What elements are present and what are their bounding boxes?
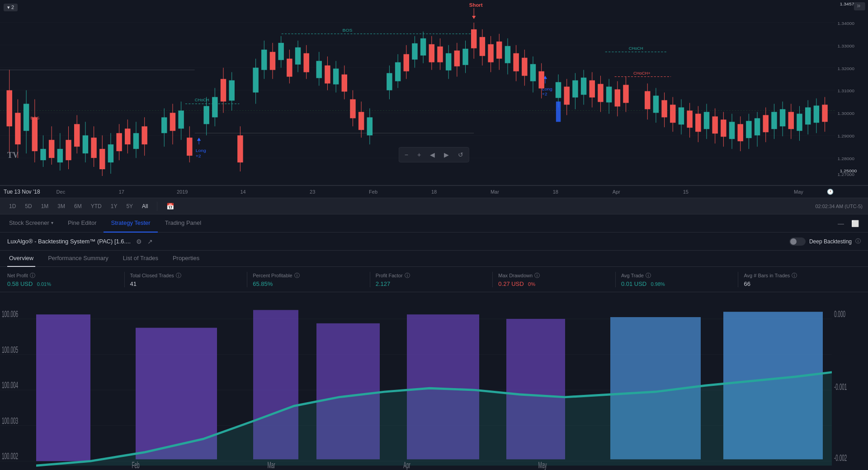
svg-rect-190: [737, 124, 743, 141]
sub-tabs: Overview Performance Summary List of Tra…: [0, 251, 868, 267]
svg-rect-111: [387, 73, 392, 90]
svg-rect-145: [530, 64, 536, 81]
svg-rect-89: [278, 43, 283, 60]
clock-icon: 🕐: [827, 189, 834, 195]
chart-controls: − + ◀ ▶ ↺: [399, 147, 469, 162]
scroll-right-button[interactable]: ▶: [440, 149, 453, 160]
svg-text:CHoCH: CHoCH: [195, 98, 209, 103]
tab-trading-panel[interactable]: Trading Panel: [158, 214, 208, 233]
bottom-chart: 100.006 100.005 100.004 100.003 100.002 …: [0, 292, 868, 470]
svg-rect-103: [342, 75, 347, 92]
deep-backtesting-info-icon[interactable]: ⓘ: [855, 237, 861, 245]
svg-rect-137: [496, 42, 502, 59]
time-label-14: 14: [240, 189, 245, 195]
period-5d[interactable]: 5D: [21, 201, 35, 211]
svg-rect-152: [564, 87, 569, 105]
tab-row-controls: — ⬜: [836, 218, 868, 229]
avg-bars-info[interactable]: ⓘ: [792, 272, 797, 280]
svg-rect-127: [454, 51, 460, 66]
minimize-button[interactable]: —: [836, 218, 846, 229]
metric-net-profit: Net Profit ⓘ 0.58 USD 0.01%: [7, 272, 125, 287]
svg-rect-239: [36, 314, 90, 461]
profit-factor-info[interactable]: ⓘ: [405, 272, 410, 280]
max-drawdown-label: Max Drawdown ⓘ: [498, 272, 610, 280]
tab-strategy-tester[interactable]: Strategy Tester: [104, 214, 157, 233]
sub-tab-list-of-trades[interactable]: List of Trades: [121, 251, 160, 267]
avg-trade-value: 0.01 USD 0.98%: [621, 280, 733, 287]
svg-text:1.34000: 1.34000: [838, 21, 855, 26]
total-closed-info[interactable]: ⓘ: [176, 272, 181, 280]
svg-rect-85: [261, 50, 267, 70]
percent-profitable-info[interactable]: ⓘ: [294, 272, 300, 280]
svg-rect-105: [350, 99, 355, 118]
svg-rect-83: [253, 68, 258, 93]
svg-rect-41: [49, 140, 54, 158]
svg-rect-196: [763, 115, 769, 132]
period-3m[interactable]: 3M: [54, 201, 69, 211]
svg-rect-67: [170, 113, 175, 131]
svg-text:Long: Long: [196, 148, 206, 153]
total-closed-value: 41: [130, 280, 242, 287]
net-profit-info[interactable]: ⓘ: [30, 272, 35, 280]
strategy-name: LuxAlgo® - Backtesting System™ (PAC) [1.…: [7, 238, 131, 245]
metric-profit-factor: Profit Factor ⓘ 2.127: [370, 272, 493, 287]
percent-profitable-label: Percent Profitable ⓘ: [253, 272, 364, 280]
deep-backtesting-container: Deep Backtesting ⓘ: [789, 237, 861, 246]
time-label-apr: Apr: [613, 189, 620, 195]
period-all[interactable]: All: [138, 201, 151, 211]
scroll-left-button[interactable]: ◀: [426, 149, 439, 160]
deep-backtesting-label: Deep Backtesting: [809, 238, 852, 245]
svg-rect-33: [15, 113, 20, 144]
period-6m[interactable]: 6M: [71, 201, 85, 211]
period-5y[interactable]: 5Y: [123, 201, 137, 211]
period-ytd[interactable]: YTD: [87, 201, 105, 211]
svg-text:0.000: 0.000: [834, 309, 845, 318]
tab-stock-screener[interactable]: Stock Screener ▾: [2, 214, 61, 233]
svg-text:100.003: 100.003: [2, 416, 18, 425]
time-label-17: 17: [119, 189, 124, 195]
max-drawdown-info[interactable]: ⓘ: [534, 272, 540, 280]
svg-rect-53: [99, 149, 105, 169]
toolbar-time: 02:02:34 AM (UTC-5): [815, 204, 863, 209]
sub-tab-performance-summary[interactable]: Performance Summary: [46, 251, 110, 267]
svg-rect-71: [187, 138, 192, 156]
strategy-info-button[interactable]: ↗: [147, 238, 153, 245]
trading-panel-label: Trading Panel: [165, 219, 201, 226]
svg-rect-123: [437, 47, 443, 62]
main-chart: BOS CHoCH BOS CHoCH CHoCH+ Short Long +2…: [0, 0, 868, 185]
calendar-button[interactable]: 📅: [163, 201, 178, 212]
svg-text:1.29000: 1.29000: [838, 133, 855, 138]
svg-rect-143: [522, 58, 527, 76]
svg-rect-109: [367, 117, 373, 135]
chart-badge[interactable]: ▾ 2: [4, 4, 18, 11]
svg-rect-178: [687, 110, 692, 128]
svg-rect-129: [462, 49, 468, 65]
period-1m[interactable]: 1M: [38, 201, 52, 211]
period-1y[interactable]: 1Y: [107, 201, 121, 211]
svg-rect-93: [295, 47, 301, 65]
strategy-settings-button[interactable]: ⚙: [136, 238, 142, 245]
svg-rect-57: [116, 133, 122, 151]
svg-rect-43: [57, 149, 63, 162]
period-1d[interactable]: 1D: [5, 201, 19, 211]
svg-rect-135: [488, 44, 493, 62]
svg-rect-131: [471, 29, 476, 48]
zoom-in-button[interactable]: +: [414, 149, 425, 160]
time-label-feb: Feb: [369, 189, 377, 195]
sub-tab-overview[interactable]: Overview: [7, 251, 35, 267]
tab-pine-editor[interactable]: Pine Editor: [61, 214, 104, 233]
svg-rect-180: [695, 114, 701, 132]
sub-tab-properties[interactable]: Properties: [171, 251, 201, 267]
deep-backtesting-toggle[interactable]: [789, 237, 806, 246]
svg-rect-51: [91, 138, 96, 158]
bottom-chart-svg: 100.006 100.005 100.004 100.003 100.002 …: [0, 292, 868, 470]
maximize-button[interactable]: ⬜: [849, 218, 861, 229]
svg-rect-121: [429, 44, 434, 62]
svg-rect-49: [83, 135, 88, 153]
zoom-out-button[interactable]: −: [401, 149, 412, 160]
reset-chart-button[interactable]: ↺: [454, 149, 467, 160]
avg-trade-info[interactable]: ⓘ: [646, 272, 651, 280]
pine-editor-label: Pine Editor: [68, 219, 97, 226]
total-closed-label: Total Closed Trades ⓘ: [130, 272, 242, 280]
svg-rect-87: [270, 52, 275, 70]
